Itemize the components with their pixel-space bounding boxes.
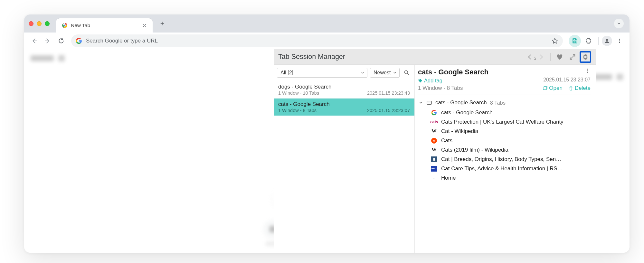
favicon: cats — [431, 119, 437, 125]
favorites-button[interactable] — [554, 51, 565, 63]
wikipedia-icon: W — [432, 128, 437, 134]
tab-row[interactable]: Cat | Breeds, Origins, History, Body Typ… — [418, 155, 591, 164]
generic-page-icon: ◦ — [433, 176, 435, 180]
expand-button[interactable] — [567, 51, 578, 63]
svg-point-8 — [619, 40, 620, 41]
wikipedia-icon: W — [432, 147, 437, 153]
browser-tab[interactable]: New Tab — [56, 18, 153, 33]
tab-row[interactable]: ◦ Home — [418, 173, 591, 183]
extension-title: Tab Session Manager — [278, 53, 345, 61]
tab-title: cats - Google Search — [441, 109, 493, 116]
session-item[interactable]: cats - Google Search 1 Window - 8 Tabs20… — [274, 99, 414, 116]
tab-title: Cat | Breeds, Origins, History, Body Typ… — [441, 156, 561, 163]
favicon — [431, 109, 437, 116]
tab-title: Cats Protection | UK's Largest Cat Welfa… — [441, 119, 564, 125]
address-bar[interactable]: Search Google or type a URL — [71, 34, 563, 47]
session-title: cats - Google Search — [278, 101, 410, 108]
filter-select[interactable]: All [2] — [277, 68, 367, 78]
svg-point-11 — [587, 69, 588, 70]
extension-actions: 5 — [524, 51, 591, 63]
maximize-window-button[interactable] — [45, 21, 50, 26]
close-window-button[interactable] — [29, 21, 33, 26]
delete-session-button[interactable]: Delete — [568, 85, 591, 91]
chrome-menu-button[interactable] — [614, 35, 625, 46]
profile-button[interactable] — [602, 36, 612, 46]
tab-row[interactable]: W Cat - Wikipedia — [418, 127, 591, 136]
chevron-down-icon[interactable] — [419, 100, 423, 105]
svg-point-7 — [619, 39, 620, 40]
gear-icon — [582, 53, 589, 61]
filter-label: All [2] — [280, 70, 293, 76]
reddit-icon — [431, 138, 437, 144]
tab-row[interactable]: W Cats (2019 film) - Wikipedia — [418, 145, 591, 155]
arrow-right-icon — [44, 37, 51, 44]
tab-title: Cats — [441, 137, 452, 144]
sort-select[interactable]: Newest — [370, 68, 400, 78]
google-icon — [431, 110, 437, 116]
tab-session-manager-extension-button[interactable] — [569, 35, 581, 47]
bookmark-star-icon[interactable] — [551, 37, 558, 44]
session-detail-panel: cats - Google Search Add tag 2025.01.15 … — [415, 65, 596, 253]
kebab-icon — [585, 68, 591, 74]
svg-point-10 — [404, 70, 408, 74]
minimize-window-button[interactable] — [37, 21, 42, 26]
open-label: Open — [549, 85, 563, 91]
svg-point-12 — [587, 70, 588, 71]
divider — [550, 53, 551, 61]
browser-window: New Tab Search Google or type a URL — [24, 14, 630, 253]
window-icon — [426, 100, 432, 106]
close-tab-icon[interactable] — [142, 23, 147, 28]
open-session-button[interactable]: Open — [542, 85, 563, 91]
forward-button[interactable] — [42, 35, 53, 46]
window-tabcount: 8 Tabs — [490, 100, 506, 106]
svg-point-3 — [64, 25, 66, 26]
window-label: cats - Google Search — [435, 99, 487, 106]
detail-more-button[interactable] — [585, 68, 591, 75]
list-controls: All [2] Newest — [274, 65, 414, 81]
address-bar-placeholder: Search Google or type a URL — [86, 38, 158, 44]
session-date: 2025.01.15 23:23:43 — [367, 90, 410, 96]
back-button[interactable] — [29, 35, 40, 46]
tab-row[interactable]: RSPCA Cat Care Tips, Advice & Health Inf… — [418, 164, 591, 173]
favicon: RSPCA — [431, 165, 437, 172]
new-tab-button[interactable] — [160, 21, 165, 26]
svg-rect-15 — [543, 87, 546, 90]
session-title: dogs - Google Search — [278, 84, 410, 90]
reload-icon — [58, 38, 64, 44]
session-item[interactable]: dogs - Google Search 1 Window - 10 Tabs2… — [274, 81, 414, 99]
chevron-down-icon — [361, 71, 365, 75]
expand-icon — [569, 53, 576, 61]
divider — [598, 37, 599, 45]
britannica-icon — [431, 156, 437, 162]
search-sessions-button[interactable] — [402, 68, 411, 77]
svg-rect-4 — [574, 39, 576, 40]
extensions-button[interactable] — [583, 35, 595, 47]
tab-title: Cats (2019 film) - Wikipedia — [441, 147, 508, 153]
svg-point-13 — [587, 72, 588, 73]
chevron-down-icon — [617, 21, 621, 26]
heart-icon — [556, 53, 563, 61]
detail-date: 2025.01.15 23:23:07 — [543, 77, 591, 83]
settings-button[interactable] — [580, 51, 591, 63]
detail-summary: 1 Window - 8 Tabs — [418, 85, 463, 91]
tab-row[interactable]: cats Cats Protection | UK's Largest Cat … — [418, 117, 591, 127]
trash-icon — [568, 86, 573, 91]
chrome-icon — [62, 23, 68, 28]
favicon — [431, 156, 437, 163]
window-traffic-lights — [29, 21, 50, 26]
add-tag-label: Add tag — [424, 78, 442, 84]
arrow-left-icon — [526, 53, 533, 61]
history-forward-button[interactable] — [535, 51, 547, 63]
tab-row[interactable]: cats - Google Search — [418, 108, 591, 117]
tab-overflow-button[interactable] — [614, 19, 624, 28]
extension-header: Tab Session Manager 5 — [274, 49, 596, 65]
svg-point-6 — [606, 39, 608, 41]
favicon: ◦ — [431, 175, 437, 181]
chevron-down-icon — [393, 71, 397, 75]
session-date: 2025.01.15 23:23:07 — [367, 108, 410, 113]
tab-row[interactable]: Cats — [418, 136, 591, 145]
reload-button[interactable] — [56, 35, 67, 46]
window-row[interactable]: cats - Google Search 8 Tabs — [418, 99, 591, 106]
svg-rect-5 — [574, 41, 576, 42]
sort-label: Newest — [374, 70, 391, 76]
